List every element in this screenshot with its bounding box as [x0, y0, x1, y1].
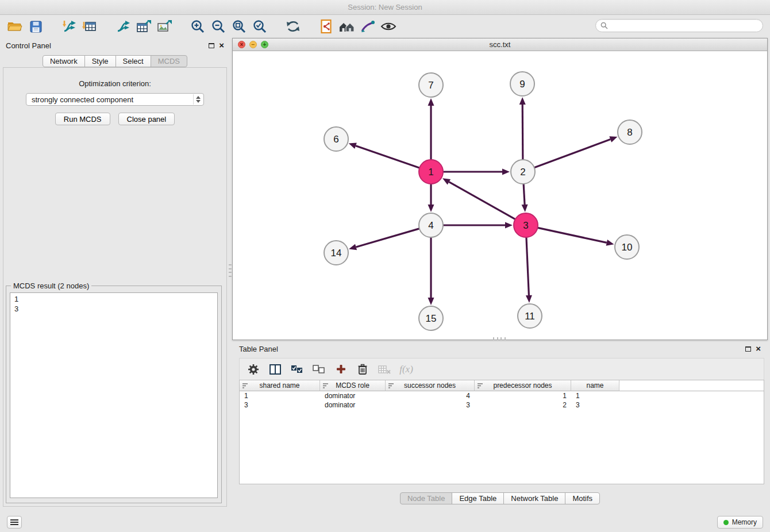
tab-network-table[interactable]: Network Table: [503, 492, 565, 504]
close-table-panel-icon[interactable]: ×: [756, 345, 761, 352]
edge-arrowhead: [606, 240, 614, 246]
zoom-selected-button[interactable]: [249, 17, 270, 36]
table-settings-button[interactable]: [244, 361, 263, 378]
column-header-successor-nodes[interactable]: successor nodes: [386, 380, 475, 391]
tab-edge-table[interactable]: Edge Table: [452, 492, 504, 504]
table-row[interactable]: 3dominator323: [240, 400, 764, 410]
node-label: 11: [525, 311, 535, 322]
graph-node-2[interactable]: 2: [511, 160, 535, 184]
table-cell: 3: [571, 400, 619, 410]
first-neighbors-button[interactable]: [316, 17, 337, 36]
search-input[interactable]: [611, 21, 758, 30]
edge-arrowhead: [609, 136, 617, 142]
add-column-button[interactable]: [332, 361, 350, 378]
window-close-icon[interactable]: ×: [238, 41, 245, 48]
export-table-button[interactable]: [133, 17, 154, 36]
graph-edge-2-9[interactable]: [522, 105, 523, 160]
edge-arrowhead: [349, 143, 357, 149]
graph-node-14[interactable]: 14: [324, 241, 348, 265]
network-graph[interactable]: 7968124314101511: [233, 52, 767, 341]
window-splitter-handle[interactable]: [493, 337, 506, 340]
graph-node-15[interactable]: 15: [419, 306, 443, 330]
mcds-result-list[interactable]: 1 3: [10, 292, 218, 498]
control-panel-header: Control Panel ×: [0, 38, 230, 53]
network-share-icon: [116, 20, 131, 33]
graph-edge-1-6[interactable]: [356, 146, 419, 168]
table-cell: 1: [475, 391, 571, 400]
graph-node-7[interactable]: 7: [419, 73, 443, 97]
graph-edge-2-3[interactable]: [523, 184, 525, 205]
column-attribute-icon: [477, 383, 483, 389]
apply-layout-button[interactable]: [283, 17, 303, 36]
select-all-button[interactable]: [288, 361, 306, 378]
toolbar-separator: [100, 26, 113, 27]
export-image-button[interactable]: [154, 17, 175, 36]
apply-style-button[interactable]: [357, 17, 378, 36]
memory-button[interactable]: Memory: [717, 516, 763, 529]
float-table-panel-icon[interactable]: [745, 346, 751, 352]
deselect-all-button[interactable]: [310, 361, 328, 378]
close-panel-button[interactable]: Close panel: [118, 113, 175, 125]
graph-node-6[interactable]: 6: [324, 127, 348, 151]
node-label: 14: [331, 248, 342, 259]
graph-node-11[interactable]: 11: [518, 304, 542, 328]
houses-icon: [338, 20, 356, 33]
status-menu-button[interactable]: [7, 516, 22, 529]
delete-table-button[interactable]: [375, 361, 394, 378]
close-panel-icon[interactable]: ×: [219, 42, 224, 49]
window-maximize-icon[interactable]: +: [261, 41, 268, 48]
control-panel: Control Panel × Network Style Select MCD…: [0, 38, 230, 512]
network-canvas[interactable]: 7968124314101511: [233, 52, 767, 340]
graph-node-1[interactable]: 1: [419, 160, 443, 184]
graph-node-4[interactable]: 4: [419, 213, 443, 237]
function-builder-button[interactable]: f(x): [397, 361, 415, 378]
import-network-button[interactable]: [59, 17, 79, 36]
tab-style[interactable]: Style: [84, 55, 116, 67]
toolbar-separator: [270, 26, 283, 27]
zoom-out-button[interactable]: [208, 17, 229, 36]
table-panel: Table Panel × f(x) shared nameMCDS roles: [232, 342, 768, 511]
column-header-mcds-role[interactable]: MCDS role: [320, 380, 386, 391]
table-row[interactable]: 1dominator411: [240, 391, 764, 400]
panel-splitter-handle[interactable]: [229, 264, 232, 277]
column-header-shared-name[interactable]: shared name: [240, 380, 320, 391]
table-cell: 4: [386, 391, 475, 400]
graph-edge-4-14[interactable]: [356, 229, 419, 247]
tab-network[interactable]: Network: [43, 55, 85, 67]
column-attribute-icon: [322, 383, 329, 389]
criterion-dropdown[interactable]: strongly connected component: [26, 93, 204, 106]
tab-node-table[interactable]: Node Table: [400, 492, 453, 504]
graph-node-8[interactable]: 8: [618, 120, 642, 144]
graph-edge-3-1[interactable]: [449, 182, 515, 219]
graph-node-9[interactable]: 9: [510, 72, 534, 96]
run-mcds-button[interactable]: Run MCDS: [55, 113, 110, 125]
tab-mcds[interactable]: MCDS: [151, 55, 187, 67]
zoom-fit-button[interactable]: [229, 17, 249, 36]
table-panel-header: Table Panel ×: [232, 342, 768, 356]
zoom-in-button[interactable]: [187, 17, 208, 36]
float-panel-icon[interactable]: [209, 43, 214, 48]
show-columns-button[interactable]: [266, 361, 284, 378]
save-session-button[interactable]: [25, 17, 46, 36]
tab-motifs[interactable]: Motifs: [565, 492, 600, 504]
node-label: 8: [627, 127, 632, 138]
search-field[interactable]: [595, 19, 763, 32]
open-session-button[interactable]: [5, 17, 25, 36]
tab-select[interactable]: Select: [116, 55, 151, 67]
graph-edge-3-11[interactable]: [526, 237, 529, 295]
show-hide-button[interactable]: [378, 17, 399, 36]
column-header-name[interactable]: name: [571, 380, 619, 391]
window-minimize-icon[interactable]: −: [249, 41, 257, 48]
graph-node-10[interactable]: 10: [615, 235, 639, 259]
session-home-button[interactable]: [337, 17, 357, 36]
optimization-criterion-label: Optimization criterion:: [3, 79, 226, 88]
network-window-titlebar[interactable]: × − + scc.txt: [233, 38, 767, 51]
graph-edge-3-10[interactable]: [538, 228, 607, 242]
import-table-button[interactable]: [79, 17, 100, 36]
graph-edge-2-8[interactable]: [534, 140, 611, 168]
new-network-button[interactable]: [113, 17, 133, 36]
delete-column-button[interactable]: [353, 361, 372, 378]
edge-arrowhead: [526, 295, 532, 303]
graph-node-3[interactable]: 3: [514, 213, 538, 237]
column-header-predecessor-nodes[interactable]: predecessor nodes: [475, 380, 571, 391]
